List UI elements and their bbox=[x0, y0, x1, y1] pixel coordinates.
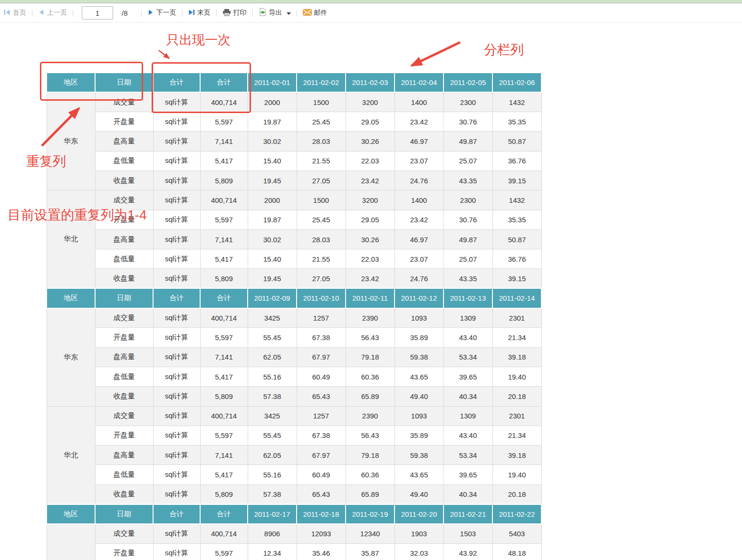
formula-cell: sql计算 bbox=[153, 269, 200, 288]
metric-cell: 盘低量 bbox=[95, 465, 153, 484]
value-cell: 49.40 bbox=[395, 484, 443, 504]
export-icon bbox=[259, 8, 267, 18]
value-cell: 20.18 bbox=[492, 484, 541, 504]
total-column-header: 合计 bbox=[153, 288, 200, 308]
print-icon bbox=[222, 9, 231, 18]
value-cell: 1257 bbox=[297, 308, 346, 328]
value-cell: 43.40 bbox=[443, 426, 492, 445]
formula-cell: sql计算 bbox=[153, 465, 200, 484]
value-cell: 40.34 bbox=[443, 484, 492, 504]
value-cell: 2000 bbox=[248, 190, 297, 210]
formula-cell: sql计算 bbox=[153, 426, 200, 445]
total-cell: 5,597 bbox=[200, 328, 248, 347]
value-cell: 19.45 bbox=[248, 269, 297, 288]
annotation-split-column-label: 分栏列 bbox=[484, 41, 524, 59]
value-cell: 60.36 bbox=[346, 367, 395, 386]
toolbar-separator bbox=[297, 9, 297, 17]
next-page-icon bbox=[147, 9, 154, 17]
total-column-header: 合计 bbox=[200, 288, 248, 308]
mail-button[interactable]: 邮件 bbox=[303, 9, 328, 17]
formula-cell: sql计算 bbox=[153, 524, 200, 543]
total-cell: 5,597 bbox=[200, 426, 248, 445]
toolbar-separator bbox=[252, 9, 253, 17]
value-cell: 46.97 bbox=[395, 132, 443, 151]
total-cell: 7,141 bbox=[200, 229, 248, 249]
prev-page-icon bbox=[38, 9, 45, 17]
value-cell: 43.35 bbox=[443, 171, 492, 190]
value-cell: 20.18 bbox=[492, 387, 541, 406]
value-cell: 5403 bbox=[492, 524, 541, 543]
value-cell: 1432 bbox=[492, 92, 541, 112]
data-row: 盘低量sql计算5,41755.1660.4960.3643.6539.6519… bbox=[47, 367, 541, 386]
value-cell: 55.45 bbox=[248, 426, 297, 445]
data-row: 收盘量sql计算5,80957.3865.4365.8949.4040.3420… bbox=[47, 484, 541, 504]
value-cell: 23.42 bbox=[346, 171, 395, 190]
value-cell: 79.18 bbox=[346, 446, 395, 465]
export-button[interactable]: 导出 bbox=[259, 8, 291, 18]
total-cell: 400,714 bbox=[200, 524, 248, 543]
data-row: 华东成交量sql计算400,71434251257239010931309230… bbox=[47, 308, 541, 328]
value-cell: 3425 bbox=[248, 308, 297, 328]
total-column-header: 合计 bbox=[153, 504, 200, 524]
value-cell: 39.65 bbox=[443, 465, 492, 484]
data-row: 盘低量sql计算5,41755.1660.4960.3643.6539.6519… bbox=[47, 465, 541, 484]
formula-cell: sql计算 bbox=[153, 229, 200, 249]
report-page: 首页 上一页 /8 下一页 末页 打印 导出 bbox=[0, 0, 742, 560]
date-value-header: 2011-02-05 bbox=[443, 73, 492, 92]
date-value-header: 2011-02-20 bbox=[395, 504, 443, 524]
metric-cell: 开盘量 bbox=[95, 112, 153, 132]
value-cell: 30.02 bbox=[248, 229, 297, 249]
annotation-note-label: 目前设置的重复列为1-4 bbox=[8, 206, 146, 224]
value-cell: 60.49 bbox=[297, 465, 346, 484]
value-cell: 43.40 bbox=[443, 328, 492, 347]
value-cell: 48.18 bbox=[492, 543, 541, 560]
data-row: 盘低量sql计算5,41715.4021.5522.0323.0725.0736… bbox=[47, 151, 541, 171]
value-cell: 28.03 bbox=[297, 229, 346, 249]
toolbar-separator bbox=[141, 9, 142, 17]
value-cell: 12.34 bbox=[248, 543, 297, 560]
total-cell: 400,714 bbox=[200, 308, 248, 328]
value-cell: 23.42 bbox=[395, 210, 443, 229]
date-value-header: 2011-02-09 bbox=[248, 288, 297, 308]
date-value-header: 2011-02-14 bbox=[492, 288, 541, 308]
value-cell: 43.65 bbox=[395, 367, 443, 386]
value-cell: 22.03 bbox=[346, 151, 395, 171]
page-number-input[interactable] bbox=[82, 6, 113, 19]
total-cell: 5,809 bbox=[200, 171, 248, 190]
first-page-label: 首页 bbox=[13, 9, 26, 17]
value-cell: 67.38 bbox=[297, 328, 346, 347]
date-value-header: 2011-02-04 bbox=[395, 73, 443, 92]
prev-page-label: 上一页 bbox=[47, 9, 67, 17]
next-page-button[interactable]: 下一页 bbox=[147, 9, 176, 17]
last-page-button[interactable]: 末页 bbox=[188, 9, 211, 17]
value-cell: 23.07 bbox=[395, 249, 443, 269]
last-page-label: 末页 bbox=[197, 9, 211, 17]
report-table: 地区日期合计合计2011-02-012011-02-022011-02-0320… bbox=[46, 72, 542, 560]
total-cell: 400,714 bbox=[200, 190, 248, 210]
value-cell: 53.34 bbox=[443, 446, 492, 465]
value-cell: 25.07 bbox=[443, 249, 492, 269]
value-cell: 22.03 bbox=[346, 249, 395, 269]
value-cell: 19.87 bbox=[248, 210, 297, 229]
value-cell: 1903 bbox=[395, 524, 443, 543]
date-column-header: 日期 bbox=[95, 288, 153, 308]
value-cell: 21.34 bbox=[492, 426, 541, 445]
value-cell: 65.43 bbox=[297, 484, 346, 504]
region-cell: 华北 bbox=[47, 190, 95, 288]
region-cell: 华北 bbox=[47, 406, 95, 504]
value-cell: 50.87 bbox=[492, 229, 541, 249]
metric-cell: 盘高量 bbox=[95, 446, 153, 465]
value-cell: 65.43 bbox=[297, 387, 346, 406]
value-cell: 35.35 bbox=[492, 210, 541, 229]
value-cell: 29.05 bbox=[346, 112, 395, 132]
once-columns-highlight-box bbox=[152, 62, 251, 113]
total-cell: 7,141 bbox=[200, 347, 248, 367]
value-cell: 30.76 bbox=[443, 112, 492, 132]
data-row: 收盘量sql计算5,80957.3865.4365.8949.4040.3420… bbox=[47, 387, 541, 406]
value-cell: 35.87 bbox=[346, 543, 395, 560]
print-button[interactable]: 打印 bbox=[222, 9, 247, 18]
value-cell: 29.05 bbox=[346, 210, 395, 229]
total-cell: 5,417 bbox=[200, 249, 248, 269]
prev-page-button[interactable]: 上一页 bbox=[38, 9, 67, 17]
first-page-button[interactable]: 首页 bbox=[4, 9, 26, 17]
